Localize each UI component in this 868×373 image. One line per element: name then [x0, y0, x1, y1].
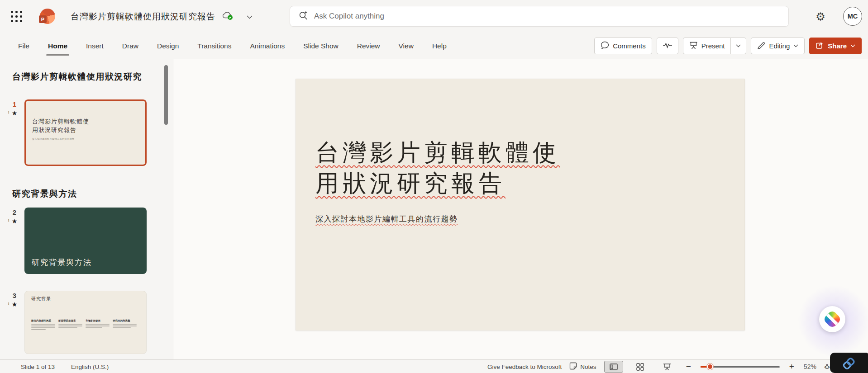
comments-button[interactable]: Comments	[594, 38, 652, 54]
slide2-gutter: 2 ★	[7, 208, 22, 225]
slide-counter[interactable]: Slide 1 of 13	[21, 364, 55, 370]
slide-thumbnail-panel: 台灣影片剪輯軟體使用狀況研究 1 ★ 台灣影片剪輯軟體使 用狀況研究報告 深入探…	[0, 59, 173, 359]
zoom-out-button[interactable]: −	[684, 362, 693, 372]
copilot-search-icon	[298, 10, 309, 23]
slide3-gutter: 3 ★	[7, 292, 22, 308]
present-dropdown-chevron[interactable]	[730, 38, 746, 54]
editing-canvas: 台灣影片剪輯軟體使 用狀況研究報告 深入探討本地影片編輯工具的流行趨勢	[173, 59, 868, 359]
chain-link-icon	[841, 356, 857, 370]
slide1-thumb-subtitle: 深入探討本地影片編輯工具的流行趨勢	[32, 137, 145, 140]
slide-sorter-view-button[interactable]	[631, 361, 650, 373]
tab-animations[interactable]: Animations	[249, 39, 286, 53]
present-split-button: Present	[683, 38, 747, 54]
editing-mode-button[interactable]: Editing	[751, 38, 805, 54]
slide3-thumb-columns: 數位內容創作興起 影音委託量需求 市場多元發展 研究目的與意義	[31, 319, 137, 331]
tab-review[interactable]: Review	[356, 39, 381, 53]
activity-pulse-button[interactable]	[657, 38, 678, 54]
slide-title[interactable]: 台灣影片剪輯軟體使 用狀況研究報告	[315, 137, 560, 198]
title-chevron-down-icon[interactable]	[247, 13, 253, 21]
slide2-thumbnail[interactable]: 研究背景與方法	[24, 208, 147, 274]
slide1-number: 1	[7, 100, 22, 108]
powerpoint-icon[interactable]	[40, 9, 55, 24]
zoom-level[interactable]: 52%	[804, 363, 816, 370]
tab-draw[interactable]: Draw	[121, 39, 139, 53]
pulse-icon	[663, 42, 672, 50]
normal-view-button[interactable]	[604, 361, 623, 373]
section-title-2[interactable]: 研究背景與方法	[12, 188, 77, 200]
copilot-search-box[interactable]	[290, 6, 789, 27]
share-label: Share	[828, 42, 847, 50]
notes-icon	[569, 362, 577, 371]
feedback-link[interactable]: Give Feedback to Microsoft	[487, 364, 562, 370]
ribbon-actions: Comments Present	[594, 38, 862, 54]
slide1-gutter: 1 ★	[7, 100, 22, 117]
slide2-animation-star-icon: ★	[12, 217, 18, 225]
section-title-1[interactable]: 台灣影片剪輯軟體使用狀況研究	[12, 71, 142, 83]
share-button[interactable]: Share	[809, 38, 862, 54]
zoom-slider[interactable]	[701, 364, 780, 370]
slide2-number: 2	[7, 208, 22, 216]
slide1-animation-star-icon: ★	[12, 109, 18, 117]
tab-home[interactable]: Home	[47, 39, 68, 53]
screen-link-overlay	[830, 353, 868, 373]
slide3-animation-star-icon: ★	[12, 301, 18, 308]
tab-insert[interactable]: Insert	[85, 39, 105, 53]
slide-subtitle[interactable]: 深入探討本地影片編輯工具的流行趨勢	[315, 214, 458, 224]
comments-icon	[601, 41, 609, 51]
notes-toggle[interactable]: Notes	[569, 362, 596, 371]
tab-view[interactable]: View	[398, 39, 415, 53]
tab-file[interactable]: File	[17, 39, 30, 53]
slide3-number: 3	[7, 292, 22, 299]
editing-chevron-icon	[793, 44, 798, 47]
zoom-slider-knob[interactable]	[707, 364, 713, 370]
slide1-thumb-title: 台灣影片剪輯軟體使 用狀況研究報告	[32, 117, 127, 134]
app-launcher-icon[interactable]	[11, 11, 23, 23]
top-app-bar: 台灣影片剪輯軟體使用狀況研究報告 ⚙ MC	[0, 0, 868, 33]
pencil-icon	[757, 41, 765, 51]
status-bar: Slide 1 of 13 English (U.S.) Give Feedba…	[0, 359, 868, 373]
tab-help[interactable]: Help	[431, 39, 448, 53]
ribbon-menu-bar: File Home Insert Draw Design Transitions…	[0, 33, 868, 59]
slide2-thumb-label: 研究背景與方法	[32, 257, 92, 268]
zoom-in-button[interactable]: +	[787, 362, 796, 372]
copilot-floating-button[interactable]	[819, 306, 845, 332]
menu-tabs: File Home Insert Draw Design Transitions…	[17, 33, 448, 59]
fit-slide-to-window-icon[interactable]: ‹ô›	[824, 363, 829, 370]
present-label: Present	[701, 42, 725, 50]
thumbnail-scrollbar[interactable]	[164, 65, 168, 125]
present-icon	[689, 41, 698, 51]
copilot-logo-icon	[823, 310, 842, 329]
comments-label: Comments	[613, 42, 646, 50]
share-icon	[816, 41, 824, 51]
editing-label: Editing	[769, 42, 790, 50]
document-title[interactable]: 台灣影片剪輯軟體使用狀況研究報告	[71, 11, 215, 23]
slideshow-view-button[interactable]	[658, 361, 677, 373]
tab-transitions[interactable]: Transitions	[196, 39, 232, 53]
account-avatar[interactable]: MC	[843, 7, 862, 26]
notes-label: Notes	[580, 364, 596, 370]
slide-surface[interactable]: 台灣影片剪輯軟體使 用狀況研究報告 深入探討本地影片編輯工具的流行趨勢	[296, 79, 745, 331]
tab-design[interactable]: Design	[156, 39, 180, 53]
document-title-group: 台灣影片剪輯軟體使用狀況研究報告	[71, 0, 253, 33]
slide3-thumbnail[interactable]: 研究背景 數位內容創作興起 影音委託量需求 市場多元發展 研究目的與意義	[24, 291, 147, 354]
share-chevron-icon	[850, 44, 855, 47]
present-button[interactable]: Present	[683, 38, 731, 54]
search-input[interactable]	[314, 12, 788, 21]
slide3-thumb-label: 研究背景	[31, 296, 51, 302]
slide1-thumbnail[interactable]: 台灣影片剪輯軟體使 用狀況研究報告 深入探討本地影片編輯工具的流行趨勢	[24, 99, 147, 166]
language-selector[interactable]: English (U.S.)	[71, 364, 109, 370]
settings-gear-icon[interactable]: ⚙	[813, 9, 828, 24]
cloud-saved-icon[interactable]	[222, 11, 234, 22]
tab-slide-show[interactable]: Slide Show	[302, 39, 339, 53]
